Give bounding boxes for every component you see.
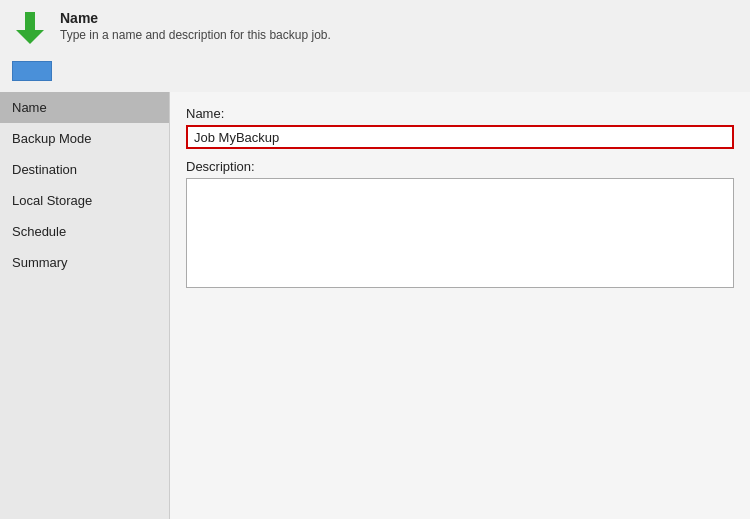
header-description: Type in a name and description for this … xyxy=(60,28,331,42)
description-field-label: Description: xyxy=(186,159,734,174)
toolbar xyxy=(0,57,750,92)
content-panel: Name: Description: xyxy=(170,92,750,519)
svg-marker-1 xyxy=(16,30,44,44)
sidebar-item-backup-mode[interactable]: Backup Mode xyxy=(0,123,169,154)
svg-rect-0 xyxy=(25,12,35,30)
page-header: Name Type in a name and description for … xyxy=(0,0,750,57)
header-title: Name xyxy=(60,10,331,26)
name-field-label: Name: xyxy=(186,106,734,121)
sidebar-item-name[interactable]: Name xyxy=(0,92,169,123)
name-input[interactable] xyxy=(186,125,734,149)
sidebar-item-summary[interactable]: Summary xyxy=(0,247,169,278)
sidebar-item-destination[interactable]: Destination xyxy=(0,154,169,185)
sidebar: Name Backup Mode Destination Local Stora… xyxy=(0,92,170,519)
description-textarea[interactable] xyxy=(186,178,734,288)
main-layout: Name Backup Mode Destination Local Stora… xyxy=(0,92,750,519)
header-icon xyxy=(12,10,48,49)
sidebar-item-schedule[interactable]: Schedule xyxy=(0,216,169,247)
header-text-block: Name Type in a name and description for … xyxy=(60,10,331,42)
toolbar-button[interactable] xyxy=(12,61,52,81)
sidebar-item-local-storage[interactable]: Local Storage xyxy=(0,185,169,216)
